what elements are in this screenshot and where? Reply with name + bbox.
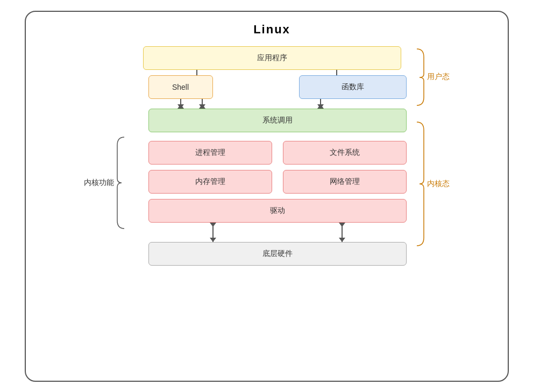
lib-box: 函数库	[299, 75, 407, 99]
user-brace-svg	[414, 46, 425, 108]
kernel-func-label: 内核功能	[84, 178, 114, 188]
filesystem-box: 文件系统	[283, 141, 407, 165]
syscall-row: 系统调用	[148, 104, 407, 132]
diagram-wrapper: 应用程序 Shell	[132, 46, 412, 266]
hardware-row: 底层硬件	[148, 242, 407, 266]
arrows-shellLib-to-syscall	[148, 99, 407, 104]
svg-marker-17	[339, 223, 345, 227]
kernel-func-brace: 内核功能	[84, 134, 127, 231]
user-state-label: 用户态	[427, 72, 450, 82]
app-layer: 应用程序	[143, 46, 401, 70]
kernel-state-brace: 内核态	[414, 119, 450, 248]
layer-stack: 应用程序 Shell	[132, 46, 412, 266]
driver-row: 驱动	[148, 199, 407, 223]
kernel-row-2: 内存管理 网络管理	[148, 170, 407, 194]
svg-marker-18	[339, 238, 345, 242]
memory-box: 内存管理	[148, 170, 272, 194]
shell-lib-row: Shell 函数库	[148, 75, 407, 99]
hardware-layer: 底层硬件	[148, 242, 407, 266]
main-container: Linux 应用程序	[25, 11, 509, 382]
kernel-func-brace-svg	[116, 134, 127, 231]
svg-marker-15	[210, 238, 216, 242]
process-box: 进程管理	[148, 141, 272, 165]
network-box: 网络管理	[283, 170, 407, 194]
kernel-row-1: 进程管理 文件系统	[148, 141, 407, 165]
arrows-driver-hw	[148, 223, 407, 242]
svg-marker-14	[210, 223, 216, 227]
driver-layer: 驱动	[148, 199, 407, 223]
page-title: Linux	[253, 23, 290, 37]
user-state-brace: 用户态	[414, 46, 450, 108]
syscall-layer: 系统调用	[148, 109, 407, 132]
shell-box: Shell	[148, 75, 213, 99]
arrows-app-to-shellLib	[154, 70, 412, 75]
kernel-brace-svg	[414, 119, 425, 248]
kernel-state-label: 内核态	[427, 179, 450, 189]
